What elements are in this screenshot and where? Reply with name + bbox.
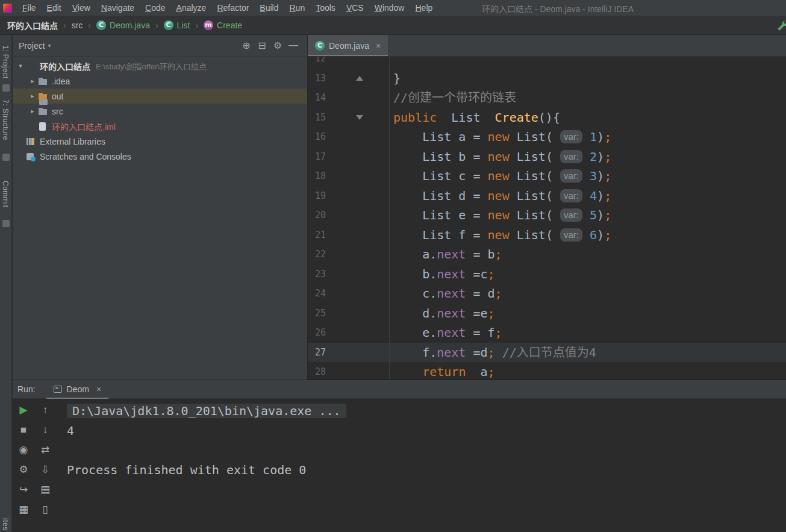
line-number[interactable]: 17 (308, 147, 390, 167)
project-tree-row[interactable]: External Libraries (13, 134, 307, 149)
line-number[interactable]: 23 (308, 264, 390, 284)
menu-vcs[interactable]: VCS (341, 3, 369, 13)
editor-line[interactable]: 19 List d = new List( var: 4); (308, 186, 786, 206)
breadcrumb-item[interactable]: CList (163, 20, 192, 30)
chevron-down-icon[interactable]: ▾ (15, 62, 26, 70)
menu-window[interactable]: Window (369, 3, 410, 13)
collapse-all-icon[interactable]: ⊟ (254, 40, 270, 51)
line-number[interactable]: 16 (308, 127, 390, 147)
tool-button-project[interactable]: 1: Project (1, 45, 10, 79)
commit-tool-icon[interactable] (2, 220, 10, 227)
line-number[interactable]: 19 (308, 186, 390, 206)
line-number[interactable]: 12 (308, 57, 390, 69)
line-number[interactable]: 18 (308, 166, 390, 186)
line-number[interactable]: 21 (308, 225, 390, 245)
fold-marker-icon[interactable] (356, 76, 363, 81)
layout-button[interactable]: ▦ (19, 504, 28, 515)
editor-line[interactable]: 14//创建一个带环的链表 (308, 88, 786, 108)
menu-tools[interactable]: Tools (310, 3, 341, 13)
code-text: c.next = d; (390, 284, 502, 304)
menu-build[interactable]: Build (254, 3, 284, 13)
project-tree-row[interactable]: ▸src (13, 104, 307, 119)
fold-marker-icon[interactable] (356, 115, 363, 120)
breadcrumb-item[interactable]: mCreate (202, 20, 243, 30)
editor-line[interactable]: 26 e.next = f; (308, 323, 786, 343)
menu-view[interactable]: View (67, 3, 96, 13)
menu-edit[interactable]: Edit (42, 3, 67, 13)
tool-button-structure[interactable]: 7: Structure (1, 99, 10, 140)
editor-line[interactable]: 20 List e = new List( var: 5); (308, 205, 786, 225)
tool-button-commit[interactable]: Commit (1, 181, 10, 207)
line-number[interactable]: 26 (308, 323, 390, 343)
class-icon: C (315, 41, 325, 51)
folded-command-line[interactable]: D:\Java\jdk1.8.0_201\bin\java.exe ... (67, 404, 346, 418)
line-number[interactable]: 14 (308, 88, 390, 108)
code-text: List d = new List( var: 4); (390, 186, 611, 206)
down-stack-button[interactable]: ↓ (43, 425, 48, 435)
project-tree-row[interactable]: Scratches and Consoles (13, 149, 307, 164)
project-tree-row[interactable]: ▸out (13, 89, 307, 104)
rerun-button[interactable]: ▶ (19, 405, 27, 415)
editor-line[interactable]: 21 List f = new List( var: 6); (308, 225, 786, 245)
chevron-down-icon[interactable]: ▾ (48, 42, 51, 49)
scroll-to-end-button[interactable]: ⇩ (41, 465, 49, 475)
editor-line[interactable]: 23 b.next =c; (308, 264, 786, 284)
line-number[interactable]: 22 (308, 245, 390, 264)
line-number[interactable]: 25 (308, 304, 390, 324)
wrench-icon[interactable] (778, 20, 786, 31)
project-tree-row[interactable]: ▾环的入口结点E:\study\剑指offer\环的入口结点 (13, 58, 307, 74)
stop-button[interactable]: ■ (20, 425, 27, 435)
settings-icon[interactable]: ⚙ (270, 40, 285, 51)
menu-help[interactable]: Help (410, 3, 438, 13)
line-number[interactable]: 24 (308, 284, 390, 304)
locate-file-icon[interactable]: ⊕ (239, 40, 254, 51)
menu-refactor[interactable]: Refactor (211, 3, 254, 13)
line-number[interactable]: 27 (308, 343, 390, 363)
detach-button[interactable]: ↪ (19, 484, 28, 495)
close-run-tab-icon[interactable]: × (96, 384, 101, 394)
project-tool-icon[interactable] (2, 84, 10, 92)
restore-layout-button[interactable]: ⇄ (41, 445, 49, 455)
project-tree-row[interactable]: ▸.idea (13, 74, 307, 89)
breadcrumb-item[interactable]: CDeom.java (95, 20, 151, 30)
menu-run[interactable]: Run (284, 3, 310, 13)
chevron-right-icon[interactable]: ▸ (27, 77, 38, 85)
editor-line[interactable]: 13} (308, 69, 786, 89)
run-tab-deom[interactable]: Deom × (46, 380, 109, 399)
line-number[interactable]: 20 (308, 205, 390, 225)
editor-line[interactable]: 27 f.next =d; //入口节点值为4 (308, 343, 786, 363)
hide-panel-icon[interactable]: — (285, 40, 301, 51)
menu-file[interactable]: File (17, 3, 42, 13)
print-button[interactable]: ▤ (40, 484, 50, 495)
up-stack-button[interactable]: ↑ (43, 405, 48, 415)
breadcrumb-item[interactable]: src (70, 20, 84, 30)
structure-tool-icon[interactable] (2, 154, 10, 161)
project-panel-title[interactable]: Project (19, 41, 45, 51)
code-editor[interactable]: 1213}14//创建一个带环的链表15public List Create()… (307, 57, 786, 380)
editor-line[interactable]: 16 List a = new List( var: 1); (308, 127, 786, 147)
editor-line[interactable]: 12 (308, 57, 786, 69)
breadcrumb-item[interactable]: 环的入口结点 (6, 19, 59, 31)
editor-line[interactable]: 15public List Create(){ (308, 108, 786, 128)
tab-deom-java[interactable]: C Deom.java × (308, 35, 388, 56)
line-number[interactable]: 28 (308, 362, 390, 380)
menu-navigate[interactable]: Navigate (96, 3, 140, 13)
editor-line[interactable]: 18 List c = new List( var: 3); (308, 166, 786, 186)
editor-line[interactable]: 17 List b = new List( var: 2); (308, 147, 786, 167)
close-tab-icon[interactable]: × (376, 41, 381, 51)
editor-line[interactable]: 28 return a; (308, 362, 786, 380)
chevron-right-icon[interactable]: ▸ (27, 92, 38, 100)
editor-line[interactable]: 25 d.next =e; (308, 304, 786, 324)
clear-all-button[interactable]: ▯ (42, 504, 48, 515)
console-settings-button[interactable]: ⚙ (19, 465, 28, 475)
menu-analyze[interactable]: Analyze (171, 3, 212, 13)
menu-code[interactable]: Code (140, 3, 170, 13)
chevron-right-icon[interactable]: ▸ (27, 107, 38, 115)
line-number[interactable]: 13 (308, 69, 390, 89)
line-number[interactable]: 15 (308, 108, 390, 128)
editor-line[interactable]: 24 c.next = d; (308, 284, 786, 304)
tool-button-favorites[interactable]: ites (1, 518, 10, 531)
project-tree-row[interactable]: 环的入口结点.iml (13, 119, 307, 134)
editor-line[interactable]: 22 a.next = b; (308, 245, 786, 264)
thread-dump-button[interactable]: ◉ (19, 445, 28, 455)
